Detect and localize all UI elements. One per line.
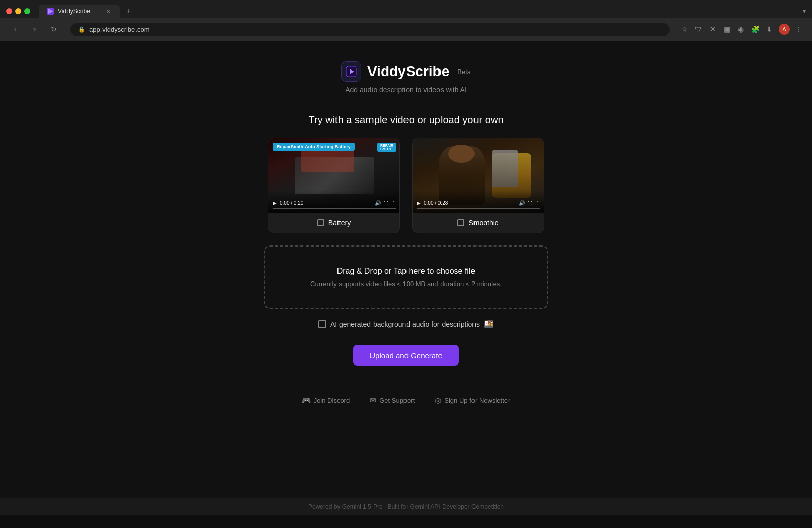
back-button[interactable]: ‹ <box>8 22 22 37</box>
fullscreen-button-battery[interactable]: ⛶ <box>384 201 388 206</box>
brand-name: ViddyScribe <box>367 63 449 80</box>
progress-bar-smoothie[interactable] <box>417 208 540 209</box>
discord-icon: 🎮 <box>302 396 311 404</box>
profile-icon[interactable]: A <box>779 24 790 35</box>
progress-bar-battery[interactable] <box>273 208 396 209</box>
video-banner: RepairSmith Auto Starting Battery <box>273 143 355 151</box>
tab-expand-button[interactable]: ▾ <box>803 8 806 15</box>
video-controls-battery: ▶ 0:00 / 0:20 🔊 ⛶ ⋮ <box>268 190 400 213</box>
svg-marker-0 <box>48 8 53 14</box>
address-bar[interactable]: 🔒 app.viddyscribe.com <box>70 23 670 36</box>
bottom-bar: Powered by Gemini 1.5 Pro | Built for Ge… <box>0 498 812 515</box>
video-select-battery[interactable] <box>317 219 324 226</box>
more-button-smoothie[interactable]: ⋮ <box>535 200 540 206</box>
drop-zone-subtitle: Currently supports video files < 100 MB … <box>277 280 535 288</box>
brand-row: ViddyScribe Beta <box>341 61 471 82</box>
time-display-smoothie: 0:00 / 0:28 <box>424 200 448 206</box>
video-player-smoothie[interactable]: ▶ 0:00 / 0:28 🔊 ⛶ ⋮ <box>413 138 544 213</box>
video-select-smoothie[interactable] <box>457 219 464 226</box>
video-samples: RepairSmith Auto Starting Battery REPAIR… <box>268 138 544 233</box>
ai-label: AI generated background audio for descri… <box>330 320 480 328</box>
header: ViddyScribe Beta Add audio description t… <box>341 61 471 94</box>
volume-button-battery[interactable]: 🔊 <box>375 200 381 206</box>
ai-emoji: 🍱 <box>484 319 494 329</box>
maximize-button[interactable] <box>24 8 30 14</box>
brand-beta: Beta <box>457 68 471 76</box>
more-button-battery[interactable]: ⋮ <box>391 200 396 206</box>
section-title: Try with a sample video or upload your o… <box>309 114 504 126</box>
time-display-battery: 0:00 / 0:20 <box>280 200 303 206</box>
new-tab-button[interactable]: + <box>122 4 136 18</box>
fullscreen-button-smoothie[interactable]: ⛶ <box>528 201 532 206</box>
ai-audio-checkbox[interactable] <box>318 320 326 328</box>
discord-link[interactable]: 🎮 Join Discord <box>302 396 350 404</box>
traffic-lights <box>6 8 30 14</box>
brand-tagline: Add audio description to videos with AI <box>345 86 467 94</box>
bookmark-icon[interactable]: ☆ <box>679 24 689 34</box>
extension-globe-icon[interactable]: ◉ <box>736 24 746 34</box>
forward-button[interactable]: › <box>27 22 42 37</box>
volume-button-smoothie[interactable]: 🔊 <box>519 200 525 206</box>
video-label-smoothie: Smoothie <box>413 213 544 233</box>
drop-zone[interactable]: Drag & Drop or Tap here to choose file C… <box>264 245 548 309</box>
video-label-battery: Battery <box>268 213 399 233</box>
brand-logo <box>341 61 361 82</box>
browser-toolbar: ‹ › ↻ 🔒 app.viddyscribe.com ☆ 🛡 ✕ ▣ ◉ 🧩 … <box>0 18 812 41</box>
support-label: Get Support <box>379 397 415 404</box>
address-lock-icon: 🔒 <box>78 26 85 33</box>
video-logo: REPAIRSMITH <box>377 143 396 152</box>
video-card-smoothie[interactable]: ▶ 0:00 / 0:28 🔊 ⛶ ⋮ Smoothie <box>412 138 544 233</box>
discord-label: Join Discord <box>314 397 350 404</box>
powered-by: Powered by Gemini 1.5 Pro | Built for Ge… <box>308 503 504 510</box>
toolbar-icons: ☆ 🛡 ✕ ▣ ◉ 🧩 ⬇ A ⋮ <box>679 24 804 35</box>
tab-title: ViddyScribe <box>58 8 90 15</box>
support-link[interactable]: ✉ Get Support <box>370 396 415 404</box>
drop-zone-title: Drag & Drop or Tap here to choose file <box>277 267 535 276</box>
extension-x-icon[interactable]: ✕ <box>707 24 718 34</box>
upload-generate-button[interactable]: Upload and Generate <box>353 345 458 366</box>
main-content: ViddyScribe Beta Add audio description t… <box>0 41 812 498</box>
newsletter-icon: ◎ <box>435 396 441 404</box>
reload-button[interactable]: ↻ <box>47 22 61 37</box>
video-controls-smoothie: ▶ 0:00 / 0:28 🔊 ⛶ ⋮ <box>413 190 544 213</box>
browser-chrome: ViddyScribe ✕ + ▾ ‹ › ↻ 🔒 app.viddyscrib… <box>0 0 812 41</box>
active-tab[interactable]: ViddyScribe ✕ <box>39 5 120 18</box>
extension-puzzle-icon[interactable]: 🧩 <box>750 24 760 34</box>
address-text: app.viddyscribe.com <box>89 26 150 33</box>
play-button-battery[interactable]: ▶ <box>273 200 277 206</box>
tab-favicon <box>47 8 54 15</box>
play-button-smoothie[interactable]: ▶ <box>417 200 421 206</box>
video-card-battery[interactable]: RepairSmith Auto Starting Battery REPAIR… <box>268 138 400 233</box>
video-name-battery: Battery <box>328 219 351 227</box>
tab-bar: ViddyScribe ✕ + ▾ <box>0 0 812 18</box>
video-player-battery[interactable]: RepairSmith Auto Starting Battery REPAIR… <box>268 138 400 213</box>
video-name-smoothie: Smoothie <box>468 219 498 227</box>
menu-icon[interactable]: ⋮ <box>794 24 804 34</box>
newsletter-label: Sign Up for Newsletter <box>444 397 510 404</box>
extension-shield-icon[interactable]: 🛡 <box>693 24 703 34</box>
extension-tablet-icon[interactable]: ▣ <box>722 24 732 34</box>
tab-close-button[interactable]: ✕ <box>105 8 112 15</box>
footer-links: 🎮 Join Discord ✉ Get Support ◎ Sign Up f… <box>302 396 511 404</box>
minimize-button[interactable] <box>15 8 21 14</box>
close-button[interactable] <box>6 8 12 14</box>
email-icon: ✉ <box>370 396 376 404</box>
download-icon[interactable]: ⬇ <box>764 24 774 34</box>
newsletter-link[interactable]: ◎ Sign Up for Newsletter <box>435 396 510 404</box>
ai-checkbox-row: AI generated background audio for descri… <box>318 319 494 329</box>
